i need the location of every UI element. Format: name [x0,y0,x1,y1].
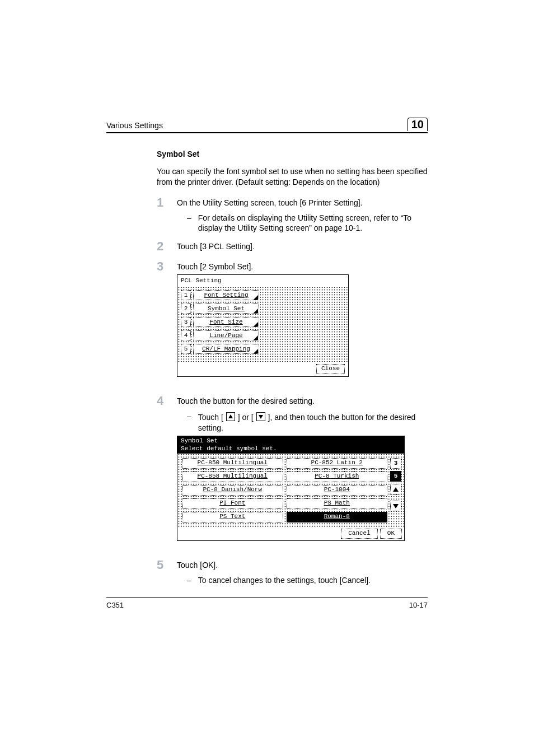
step-5: 5 Touch [OK]. – To cancel changes to the… [157,560,428,586]
step-subtext: For details on displaying the Utility Se… [198,213,428,234]
step-number: 3 [157,260,167,273]
step-number: 4 [157,395,167,407]
symbol-set-option[interactable]: PI Font [182,498,283,509]
scroll-up-button[interactable] [390,484,401,494]
ok-button[interactable]: OK [380,529,402,539]
step-text: On the Utility Setting screen, touch [6 … [177,198,428,208]
header-rule [106,132,428,133]
pcl-setting-item[interactable]: 3Font Size [181,317,345,327]
svg-marker-4 [254,349,258,353]
item-number: 2 [181,304,191,314]
chapter-number-badge: 10 [407,118,428,131]
step-text: Touch the button for the desired setting… [177,396,428,407]
item-button[interactable]: Font Setting [193,290,259,300]
item-number: 4 [181,330,191,340]
item-button[interactable]: CR/LF Mapping [193,344,259,354]
step-2: 2 Touch [3 PCL Setting]. [157,241,428,254]
step-3: 3 Touch [2 Symbol Set]. PCL Setting 1Fon… [157,262,428,388]
step-text: Touch [OK]. [177,560,428,571]
footer-page-number: 10-17 [409,600,428,610]
symbol-set-option[interactable]: PC-850 Multilingual [182,458,283,469]
close-button[interactable]: Close [316,364,345,374]
item-number: 5 [181,344,191,354]
svg-marker-0 [254,295,258,300]
section-heading: Symbol Set [157,149,428,160]
svg-marker-5 [228,414,233,418]
arrow-down-icon [256,412,265,421]
pcl-setting-item[interactable]: 1Font Setting [181,290,345,300]
symbol-set-option[interactable]: PS Math [287,498,388,509]
item-button[interactable]: Line/Page [193,330,259,340]
symbol-set-option[interactable]: PC-852 Latin 2 [287,458,388,469]
svg-marker-2 [254,322,258,326]
step-number: 1 [157,197,167,209]
scroll-down-button[interactable] [390,501,401,511]
pcl-setting-item[interactable]: 4Line/Page [181,330,345,340]
dash-icon: – [187,411,191,433]
footer-model: C351 [106,600,124,610]
step-subtext: To cancel changes to the settings, touch… [198,575,371,586]
symbol-set-option[interactable]: PC-8 Turkish [287,472,388,482]
item-number: 1 [181,290,191,300]
symbol-set-screen: Symbol Set Select default symbol set. PC… [177,436,405,542]
screen-title: Symbol Set [181,437,401,445]
svg-marker-1 [254,309,258,313]
pcl-setting-screen: PCL Setting 1Font Setting2Symbol Set3Fon… [177,274,349,377]
page-indicator-current: 3 [390,458,401,469]
dash-icon: – [187,575,191,586]
screen-subtitle: Select default symbol set. [181,445,401,453]
cancel-button[interactable]: Cancel [341,529,378,539]
dash-icon: – [187,213,191,234]
step-subtext: Touch [ ] or [ ], and then touch the but… [198,411,428,433]
item-number: 3 [181,317,191,327]
header-section-title: Various Settings [106,120,163,131]
step-text: Touch [2 Symbol Set]. [177,262,428,272]
symbol-set-option[interactable]: PC-8 Danish/Norw [182,485,283,496]
svg-marker-3 [254,335,258,340]
screen-title: PCL Setting [177,275,348,287]
intro-paragraph: You can specify the font symbol set to u… [157,166,428,188]
item-button[interactable]: Font Size [193,317,259,327]
svg-marker-7 [393,487,399,492]
symbol-set-option[interactable]: PS Text [182,512,283,522]
step-number: 5 [157,559,167,571]
arrow-up-icon [226,412,235,421]
step-1: 1 On the Utility Setting screen, touch [… [157,198,428,234]
item-button[interactable]: Symbol Set [193,304,259,314]
step-4: 4 Touch the button for the desired setti… [157,396,428,552]
svg-marker-8 [393,504,399,508]
step-number: 2 [157,240,167,253]
symbol-set-option[interactable]: PC-858 Multilingual [182,472,283,482]
pcl-setting-item[interactable]: 2Symbol Set [181,304,345,314]
svg-marker-6 [259,415,263,419]
page-indicator-total: 5 [390,471,401,482]
symbol-set-option[interactable]: PC-1004 [287,485,388,496]
pcl-setting-item[interactable]: 5CR/LF Mapping [181,344,345,354]
step-text: Touch [3 PCL Setting]. [177,241,428,252]
symbol-set-option[interactable]: Roman-8 [287,512,388,522]
